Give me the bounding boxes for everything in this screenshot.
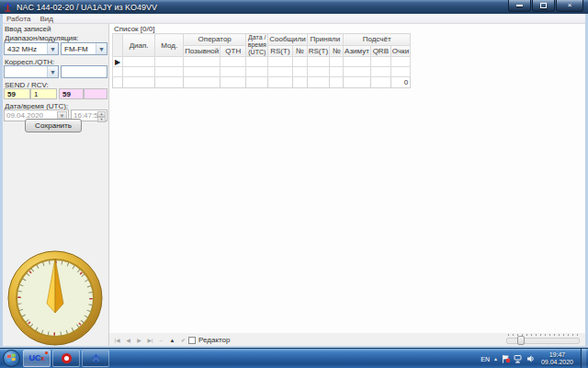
rcv-rst-value: 59 bbox=[62, 90, 71, 98]
cell-azimuth[interactable] bbox=[344, 57, 371, 67]
col-band: Диап. bbox=[123, 34, 155, 57]
col-calc-group: Подсчёт bbox=[344, 34, 411, 46]
minimize-button[interactable] bbox=[508, 0, 531, 12]
start-button[interactable] bbox=[3, 350, 20, 367]
menubar: Работа Вид bbox=[3, 14, 585, 24]
tray-date: 09.04.2020 bbox=[541, 359, 573, 366]
cell-sent-rst[interactable] bbox=[268, 57, 292, 67]
taskbar: UCx EN ▲ bbox=[0, 348, 588, 368]
cell-datetime[interactable] bbox=[246, 57, 268, 67]
network-icon[interactable] bbox=[514, 354, 523, 363]
editor-label: Редактор bbox=[198, 336, 230, 344]
mode-select[interactable]: FM-FM ▼ bbox=[61, 42, 107, 55]
compass-widget bbox=[5, 250, 106, 346]
window-title: NAC 144-02-20 / UA1AJY из KO49VV bbox=[17, 3, 157, 12]
total-points: 0 bbox=[390, 77, 410, 88]
col-received-group: Приняли bbox=[307, 34, 343, 46]
maximize-button[interactable] bbox=[532, 0, 555, 12]
grid-empty-body bbox=[113, 67, 411, 77]
cell-sent-nr[interactable] bbox=[292, 57, 307, 67]
cell-band[interactable] bbox=[123, 57, 155, 67]
screen: NAC 144-02-20 / UA1AJY из KO49VV × Работ… bbox=[0, 0, 588, 368]
save-button[interactable]: Сохранить bbox=[25, 119, 82, 132]
cell-callsign[interactable] bbox=[184, 57, 220, 67]
rcv-nr-field[interactable] bbox=[84, 88, 107, 99]
col-callsign: Позывной bbox=[184, 45, 220, 57]
cell-mode[interactable] bbox=[155, 57, 184, 67]
cell-qth[interactable] bbox=[220, 57, 246, 67]
spin-down-icon[interactable]: ▼ bbox=[97, 117, 106, 122]
hidden-icons-button[interactable]: ▲ bbox=[493, 356, 498, 362]
bottom-strip: |◀ ◀ ▶ ▶| − ▲ ✔ Редактор bbox=[108, 333, 585, 346]
nav-edit-button[interactable]: ✔ bbox=[178, 336, 188, 345]
band-select[interactable]: 432 MHz ▼ bbox=[4, 42, 59, 55]
spinner-buttons[interactable]: ▲▼ bbox=[97, 111, 106, 120]
grid-header-groups: Диап. Мод. Оператор Дата / время (UTC) С… bbox=[113, 34, 411, 46]
selector-header bbox=[113, 34, 123, 57]
col-qrb: QRB bbox=[370, 45, 390, 57]
editor-toggle[interactable]: Редактор bbox=[188, 336, 230, 344]
col-qth: QTH bbox=[220, 45, 246, 57]
menu-work[interactable]: Работа bbox=[6, 15, 30, 23]
menu-view[interactable]: Вид bbox=[40, 15, 52, 23]
window-body: Работа Вид Ввод записей Диапазон/модуляц… bbox=[0, 14, 588, 348]
taskbar-app-ucx[interactable]: UCx bbox=[23, 350, 51, 367]
minimize-icon bbox=[516, 5, 523, 6]
send-rst-value: 59 bbox=[7, 90, 16, 98]
band-mode-label: Диапазон/модуляция: bbox=[5, 34, 79, 42]
windows-logo-icon bbox=[6, 353, 17, 363]
nav-delete-button[interactable]: − bbox=[156, 336, 166, 345]
cell-rcvd-rst[interactable] bbox=[307, 57, 329, 67]
qth-input[interactable] bbox=[61, 65, 107, 78]
antenna-icon bbox=[90, 352, 102, 364]
col-sent-rst: RS(T) bbox=[268, 45, 292, 57]
col-points: Очки bbox=[390, 45, 410, 57]
nav-first-button[interactable]: |◀ bbox=[112, 336, 122, 345]
chevron-down-icon[interactable]: ▼ bbox=[47, 66, 58, 77]
taskbar-app-logger[interactable] bbox=[82, 350, 109, 367]
show-desktop-button[interactable] bbox=[581, 349, 586, 368]
cell-qrb[interactable] bbox=[370, 57, 390, 67]
speaker-icon[interactable] bbox=[526, 354, 536, 363]
current-row-marker: ▶ bbox=[113, 57, 123, 67]
send-nr-value: 1 bbox=[34, 90, 38, 98]
chevron-down-icon[interactable]: ▼ bbox=[47, 43, 58, 54]
opera-logo bbox=[62, 353, 72, 363]
rcv-rst-field[interactable]: 59 bbox=[59, 88, 84, 99]
cell-rcvd-nr[interactable] bbox=[330, 57, 344, 67]
titlebar: NAC 144-02-20 / UA1AJY из KO49VV × bbox=[0, 0, 588, 14]
action-center-flag-icon[interactable] bbox=[502, 354, 510, 363]
slider-thumb[interactable] bbox=[517, 336, 525, 345]
cell-points[interactable] bbox=[390, 57, 410, 67]
qso-grid: Диап. Мод. Оператор Дата / время (UTC) С… bbox=[112, 33, 411, 88]
mode-value: FM-FM bbox=[64, 45, 88, 53]
language-indicator[interactable]: EN bbox=[481, 356, 490, 362]
col-azimuth: Азимут bbox=[344, 45, 371, 57]
close-icon: × bbox=[568, 2, 572, 9]
nav-last-button[interactable]: ▶| bbox=[145, 336, 155, 345]
col-datetime: Дата / время (UTC) bbox=[246, 34, 268, 57]
tray-clock[interactable]: 19:47 09.04.2020 bbox=[539, 351, 575, 367]
close-button[interactable]: × bbox=[556, 0, 583, 12]
maximize-icon bbox=[540, 3, 547, 8]
chevron-down-icon[interactable]: ▼ bbox=[96, 43, 107, 54]
ucx-logo: UCx bbox=[29, 354, 45, 362]
panel-caption: Ввод записей bbox=[5, 25, 51, 33]
editor-checkbox[interactable] bbox=[188, 337, 196, 344]
callsign-combo[interactable]: ▼ bbox=[4, 65, 59, 78]
nav-insert-button[interactable]: ▲ bbox=[167, 336, 177, 345]
tray-time: 19:47 bbox=[549, 351, 566, 359]
list-caption: Список [0/0] bbox=[114, 25, 154, 33]
grid-total-row: 0 bbox=[113, 77, 411, 88]
band-value: 432 MHz bbox=[7, 45, 37, 53]
caption-buttons: × bbox=[507, 0, 583, 12]
col-sent-group: Сообщили bbox=[268, 34, 307, 46]
send-nr-field[interactable]: 1 bbox=[30, 88, 57, 99]
send-rst-field[interactable]: 59 bbox=[4, 88, 30, 99]
col-rcvd-rst: RS(T) bbox=[307, 45, 329, 57]
trackbar-slider[interactable] bbox=[506, 334, 580, 345]
nav-next-button[interactable]: ▶ bbox=[134, 336, 144, 345]
taskbar-app-opera[interactable] bbox=[52, 350, 80, 367]
nav-prior-button[interactable]: ◀ bbox=[123, 336, 133, 345]
col-rcvd-nr: № bbox=[330, 45, 344, 57]
